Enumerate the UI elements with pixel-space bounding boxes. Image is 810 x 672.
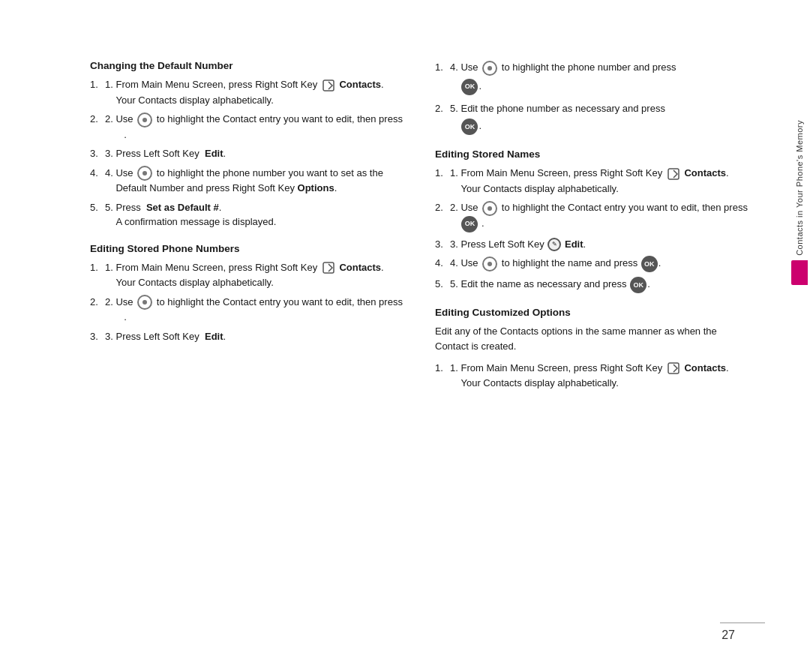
list-number: 1. (450, 166, 460, 196)
contacts-icon (666, 166, 681, 182)
contacts-bold: Contacts (684, 362, 726, 374)
list-item: 1. From Main Menu Screen, press Right So… (435, 166, 750, 196)
list-item: 1. From Main Menu Screen, press Right So… (90, 260, 405, 290)
changing-default-list: 1. From Main Menu Screen, press Right So… (90, 77, 405, 230)
list-number: 3. (450, 237, 460, 252)
edit-bold: Edit (205, 331, 224, 342)
list-number: 5. (450, 277, 460, 293)
ok-icon: OK (630, 277, 646, 293)
side-tab: Contacts in Your Phone's Memory (789, 120, 810, 285)
list-content: Edit the name as necessary and press OK. (460, 277, 750, 293)
list-item: 3. Press Left Soft Key Edit. (90, 329, 405, 344)
ok-icon: OK (461, 216, 478, 232)
list-content: Use to highlight the name and press OK. (460, 256, 750, 272)
list-item: 2. Use to highlight the Contact entry yo… (90, 295, 405, 325)
ok-icon: OK (641, 256, 658, 272)
list-item: 4. Use to highlight the name and press O… (435, 256, 750, 272)
edit-bold: Edit (205, 148, 224, 159)
list-item: 5. Edit the name as necessary and press … (435, 277, 750, 293)
side-tab-bar (791, 260, 808, 285)
content-area: Changing the Default Number 1. From Main… (90, 60, 750, 395)
edit-circle-icon: ✎ (548, 238, 561, 251)
list-content: Edit the phone number as necessary and p… (460, 101, 750, 136)
list-content: From Main Menu Screen, press Right Soft … (116, 260, 405, 290)
list-item: 2. Use to highlight the Contact entry yo… (435, 200, 750, 232)
list-number: 1. (105, 260, 116, 290)
list-content: Use to highlight the phone number and pr… (460, 60, 750, 95)
list-content: Use to highlight the Contact entry you w… (116, 112, 405, 142)
list-number: 2. (105, 112, 116, 142)
side-tab-text: Contacts in Your Phone's Memory (795, 120, 804, 256)
section-title-editing-phone: Editing Stored Phone Numbers (90, 243, 405, 254)
nav-icon (137, 295, 152, 310)
contacts-bold: Contacts (684, 167, 726, 178)
editing-phone-list: 1. From Main Menu Screen, press Right So… (90, 260, 405, 344)
list-number: 5. (450, 101, 460, 136)
editing-phone-cont-list: 4. Use to highlight the phone number and… (435, 60, 750, 135)
list-content: Press Left Soft Key ✎ Edit. (460, 237, 750, 252)
left-column: Changing the Default Number 1. From Main… (90, 60, 405, 395)
list-number: 4. (105, 166, 116, 196)
confirmation-text: A confirmation message is displayed. (116, 214, 276, 230)
section-title-changing: Changing the Default Number (90, 60, 405, 71)
set-default-bold: Set as Default # (146, 202, 219, 213)
list-content: Use to highlight the Contact entry you w… (460, 200, 750, 232)
ok-icon-wrapper2: OK. (460, 118, 482, 135)
options-bold: Options (298, 182, 334, 194)
list-number: 2. (450, 200, 460, 232)
nav-icon (482, 256, 497, 272)
list-item: 4. Use to highlight the phone number you… (90, 166, 405, 196)
list-number: 3. (105, 146, 116, 161)
list-item: 2. Use to highlight the Contact entry yo… (90, 112, 405, 142)
contacts-icon (321, 260, 336, 275)
section-title-editing-names: Editing Stored Names (435, 148, 750, 160)
list-item: 1. From Main Menu Screen, press Right So… (90, 77, 405, 107)
contacts-icon (321, 78, 336, 93)
list-content: Press Left Soft Key Edit. (116, 329, 405, 344)
contacts-bold: Contacts (339, 262, 381, 273)
page-number: 27 (722, 628, 735, 642)
list-content: Press Left Soft Key Edit. (116, 146, 405, 161)
nav-icon (482, 201, 497, 216)
edit-bold: Edit (565, 238, 584, 250)
ok-icon-wrapper: OK. (460, 79, 482, 95)
list-number: 1. (450, 361, 460, 391)
list-item: 1. From Main Menu Screen, press Right So… (435, 361, 750, 391)
list-number: 4. (450, 60, 460, 95)
list-content: From Main Menu Screen, press Right Soft … (116, 77, 405, 107)
ok-button-icon2: OK (461, 118, 478, 135)
list-item: 5. Press Set as Default #. A confirmatio… (90, 200, 405, 230)
nav-icon (482, 61, 497, 76)
nav-icon (137, 166, 152, 181)
list-number: 5. (105, 200, 116, 230)
list-item: 3. Press Left Soft Key Edit. (90, 146, 405, 161)
editing-names-list: 1. From Main Menu Screen, press Right So… (435, 166, 750, 293)
ok-button-icon: OK (461, 79, 478, 95)
list-content: From Main Menu Screen, press Right Soft … (460, 361, 750, 391)
list-number: 1. (105, 77, 116, 107)
customized-list: 1. From Main Menu Screen, press Right So… (435, 361, 750, 391)
list-number: 4. (450, 256, 460, 272)
customized-intro: Edit any of the Contacts options in the … (435, 324, 750, 354)
list-content: From Main Menu Screen, press Right Soft … (460, 166, 750, 196)
page-container: Changing the Default Number 1. From Main… (0, 0, 810, 672)
list-content: Press Set as Default #. A confirmation m… (116, 200, 405, 230)
list-item: 3. Press Left Soft Key ✎ Edit. (435, 237, 750, 252)
contacts-bold: Contacts (339, 79, 381, 90)
nav-icon (137, 112, 152, 128)
list-item: 5. Edit the phone number as necessary an… (435, 101, 750, 136)
contacts-icon (666, 361, 681, 376)
right-column: 4. Use to highlight the phone number and… (435, 60, 750, 395)
list-content: Use to highlight the Contact entry you w… (116, 295, 405, 325)
list-number: 3. (105, 329, 116, 344)
page-divider (720, 622, 765, 623)
section-title-customized: Editing Customized Options (435, 307, 750, 318)
list-number: 2. (105, 295, 116, 325)
list-content: Use to highlight the phone number you wa… (116, 166, 405, 196)
list-item: 4. Use to highlight the phone number and… (435, 60, 750, 95)
